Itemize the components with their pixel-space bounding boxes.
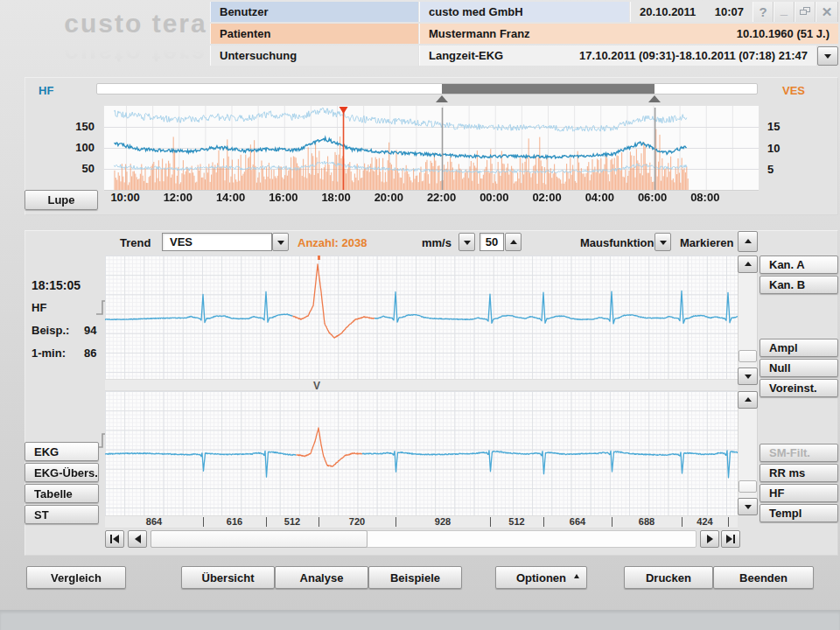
hf-button[interactable]: HF [760, 484, 838, 502]
trend-time-tick: 02:00 [521, 191, 573, 204]
ecg-a-scroll-up-button[interactable] [738, 256, 758, 273]
app-logo-text: custo tera [44, 9, 228, 38]
trend-time-tick: 10:00 [99, 191, 151, 204]
header-time: 10:07 [715, 5, 744, 18]
kan-a-button[interactable]: Kan. A [760, 256, 838, 274]
ecg-b-scroll-down-button[interactable] [738, 498, 758, 515]
chevron-down-icon [277, 241, 284, 248]
trend-ves-axis-label: VES [782, 84, 805, 97]
anzahl-counter: Anzahl: 2038 [298, 236, 368, 249]
analyse-button[interactable]: Analyse [275, 566, 368, 589]
speed-dropdown-button[interactable] [458, 233, 475, 251]
ecg-b-scroll-thumb[interactable] [738, 480, 757, 493]
trend-select-combo[interactable]: VES [162, 233, 272, 251]
goto-start-button[interactable] [105, 530, 124, 548]
close-button[interactable]: ✕ [816, 2, 838, 22]
rr-separator [612, 517, 612, 527]
vergleich-button[interactable]: Vergleich [26, 566, 126, 589]
beispiele-button[interactable]: Beispiele [368, 566, 462, 589]
restore-button[interactable] [794, 2, 816, 22]
rr-separator [682, 517, 682, 527]
tab-ekg-bers[interactable]: EKG-Übers. [24, 463, 99, 482]
speed-up-button[interactable] [505, 233, 522, 251]
trend-time-tick: 16:00 [257, 191, 310, 204]
app-logo: custo tera custo tera [44, 9, 228, 68]
trend-time-tick: 06:00 [626, 191, 679, 204]
ecg-position-thumb[interactable] [150, 530, 368, 548]
rr-value: 720 [338, 516, 376, 527]
tab-ekg[interactable]: EKG [24, 442, 99, 461]
mausfunktion-label: Mausfunktion [580, 236, 654, 249]
minimize-button[interactable]: _ [774, 2, 794, 22]
speed-value-field[interactable]: 50 [480, 233, 504, 251]
ecg-a-scroll-down-button[interactable] [738, 368, 758, 385]
kan-b-button[interactable]: Kan. B [760, 276, 838, 294]
chevron-down-icon [824, 54, 831, 62]
ampl-button[interactable]: Ampl [760, 339, 838, 357]
help-icon: ? [759, 4, 766, 19]
tab-st[interactable]: ST [24, 505, 99, 524]
speed-unit-label: mm/s [422, 236, 452, 249]
selection-end-handle-icon[interactable] [648, 95, 661, 102]
sm-filt-button: SM-Filt. [760, 444, 838, 462]
trend-time-tick: 12:00 [151, 191, 204, 204]
trend-range-scrollbar[interactable] [96, 83, 758, 94]
trend-left-tick: 150 [61, 120, 94, 133]
bersicht-button[interactable]: Übersicht [181, 566, 275, 589]
selection-start-handle-icon[interactable] [436, 95, 448, 102]
voreinst-button[interactable]: Voreinst. [760, 379, 838, 397]
rr-value: 688 [627, 516, 666, 527]
trend-time-tick: 18:00 [310, 191, 362, 204]
null-button[interactable]: Null [760, 359, 838, 377]
trend-select-dropdown-button[interactable] [272, 233, 289, 251]
lupe-button[interactable]: Lupe [24, 190, 98, 210]
hf-measure-label: HF [32, 301, 46, 314]
rr-value: 512 [273, 516, 312, 527]
prev-page-button[interactable] [128, 530, 147, 548]
anzahl-value: 2038 [342, 236, 368, 249]
trend-chart-canvas[interactable] [104, 106, 759, 191]
drucken-button[interactable]: Drucken [624, 566, 713, 589]
exam-dropdown-button[interactable] [817, 46, 838, 66]
chevron-up-icon [574, 571, 579, 578]
rr-separator [543, 517, 544, 527]
rr-value: 864 [135, 516, 173, 527]
ecg-b-scroll-up-button[interactable] [738, 391, 758, 409]
chevron-down-icon [464, 241, 471, 248]
chevron-up-icon [745, 235, 752, 243]
beenden-button[interactable]: Beenden [713, 566, 814, 589]
header-patient-row: Mustermann Franz 10.10.1960 (51 J.) [419, 24, 838, 44]
rr-separator [490, 517, 491, 527]
ecg-channel-a-canvas[interactable] [105, 256, 738, 379]
trend-right-tick: 5 [767, 163, 788, 176]
trend-right-tick: 10 [767, 142, 788, 155]
rr-value: 928 [424, 516, 462, 527]
rr-separator [318, 517, 319, 527]
mausfunktion-dropdown-button[interactable] [654, 233, 671, 251]
ecg-channel-a-grid [105, 256, 738, 379]
ecg-a-scrollbar[interactable] [738, 256, 758, 385]
help-button[interactable]: ? [752, 2, 774, 22]
ecg-a-scroll-thumb[interactable] [738, 350, 757, 362]
ecg-b-scrollbar[interactable] [738, 391, 758, 515]
trend-left-tick: 100 [61, 141, 94, 154]
trend-range-selection[interactable] [442, 84, 654, 94]
trend-time-tick: 14:00 [205, 191, 257, 204]
anzahl-label: Anzahl: [298, 236, 339, 249]
tab-tabelle[interactable]: Tabelle [24, 484, 99, 503]
ves-beat-annotation: V [313, 380, 320, 392]
rr-separator [203, 517, 204, 527]
ecg-channel-b-canvas[interactable] [105, 391, 738, 515]
optionen-button[interactable]: Optionen [495, 566, 587, 589]
next-page-button[interactable] [700, 530, 719, 548]
min1-label: 1-min: [32, 346, 66, 360]
rr-ms-button[interactable]: RR ms [760, 464, 838, 482]
header-patienten-label: Patienten [210, 24, 418, 44]
templ-button[interactable]: Templ [760, 504, 838, 522]
beat-timestamp: 18:15:05 [32, 278, 80, 292]
rr-value: 616 [215, 516, 254, 527]
rr-separator [728, 517, 729, 527]
arrow-left-icon [134, 535, 142, 543]
markieren-up-button[interactable] [738, 231, 758, 252]
goto-end-button[interactable] [721, 530, 740, 548]
